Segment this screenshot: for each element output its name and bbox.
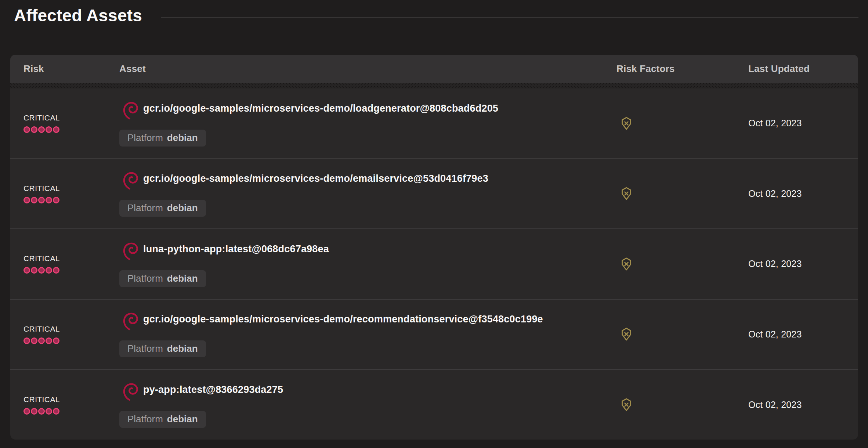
shield-x-icon[interactable]: [619, 327, 634, 342]
risk-dot: [31, 126, 37, 133]
platform-badge: Platform debian: [119, 200, 206, 217]
risk-severity-label: CRITICAL: [23, 325, 119, 333]
table-body: CRITICAL gcr.io/google-samples/microserv…: [10, 88, 858, 440]
platform-badge: Platform debian: [119, 340, 206, 357]
risk-severity-label: CRITICAL: [23, 395, 119, 404]
table-row[interactable]: CRITICAL gcr.io/google-samples/microserv…: [10, 158, 858, 228]
shield-x-icon[interactable]: [619, 397, 634, 412]
platform-value: debian: [167, 343, 198, 354]
asset-name-link[interactable]: gcr.io/google-samples/microservices-demo…: [143, 100, 498, 116]
table-row[interactable]: CRITICAL luna-python-app:latest@068dc67a…: [10, 228, 858, 299]
risk-dot: [53, 267, 59, 274]
risk-dot: [31, 197, 37, 203]
risk-dot: [53, 408, 59, 415]
platform-label: Platform: [127, 343, 163, 354]
asset-name-link[interactable]: luna-python-app:latest@068dc67a98ea: [143, 241, 329, 257]
risk-dot: [46, 337, 52, 344]
table-header-row: Risk Asset Risk Factors Last Updated: [10, 55, 858, 83]
platform-value: debian: [167, 132, 198, 143]
last-updated-date: Oct 02, 2023: [748, 400, 858, 410]
page-title: Affected Assets: [14, 6, 142, 25]
risk-dot: [38, 126, 45, 133]
risk-severity-label: CRITICAL: [23, 113, 119, 122]
platform-badge: Platform debian: [119, 270, 206, 287]
debian-logo-icon: [123, 170, 138, 191]
platform-value: debian: [167, 413, 198, 424]
risk-dot: [31, 337, 37, 344]
risk-dot: [23, 126, 30, 133]
table-row[interactable]: CRITICAL py-app:latest@8366293da275 Plat…: [10, 369, 858, 440]
asset-name-link[interactable]: py-app:latest@8366293da275: [143, 382, 283, 398]
risk-severity-label: CRITICAL: [23, 254, 119, 263]
risk-dots: [23, 126, 119, 133]
platform-label: Platform: [127, 273, 163, 284]
platform-value: debian: [167, 273, 198, 284]
column-header-last-updated: Last Updated: [739, 63, 858, 75]
table-row[interactable]: CRITICAL gcr.io/google-samples/microserv…: [10, 299, 858, 369]
risk-dot: [23, 267, 30, 274]
risk-dot: [38, 197, 45, 203]
last-updated-date: Oct 02, 2023: [748, 259, 858, 269]
platform-label: Platform: [127, 132, 163, 143]
shield-x-icon[interactable]: [619, 186, 634, 201]
risk-dot: [31, 267, 37, 274]
debian-logo-icon: [123, 382, 138, 402]
risk-dot: [23, 408, 30, 415]
risk-dot: [31, 408, 37, 415]
platform-badge: Platform debian: [119, 411, 206, 428]
risk-dots: [23, 197, 119, 203]
risk-dot: [38, 408, 45, 415]
risk-severity-label: CRITICAL: [23, 184, 119, 193]
risk-dot: [46, 267, 52, 274]
risk-dot: [46, 197, 52, 203]
risk-dots: [23, 267, 119, 274]
asset-name-link[interactable]: gcr.io/google-samples/microservices-demo…: [143, 170, 488, 187]
column-header-asset: Asset: [119, 63, 606, 75]
platform-label: Platform: [127, 202, 163, 213]
platform-value: debian: [167, 202, 198, 213]
debian-logo-icon: [123, 241, 138, 261]
table-row[interactable]: CRITICAL gcr.io/google-samples/microserv…: [10, 88, 858, 158]
debian-logo-icon: [123, 100, 138, 121]
risk-dot: [46, 126, 52, 133]
shield-x-icon[interactable]: [619, 257, 634, 271]
risk-dot: [53, 337, 59, 344]
platform-badge: Platform debian: [119, 130, 206, 147]
risk-dot: [38, 267, 45, 274]
last-updated-date: Oct 02, 2023: [748, 188, 858, 199]
shield-x-icon[interactable]: [619, 116, 634, 131]
table-texture-strip: [10, 83, 858, 88]
affected-assets-page: Affected Assets Risk Asset Risk Factors …: [0, 0, 868, 440]
affected-assets-table: Risk Asset Risk Factors Last Updated CRI…: [10, 55, 858, 440]
column-header-risk-factors: Risk Factors: [606, 63, 739, 75]
risk-dots: [23, 337, 119, 344]
risk-dot: [23, 197, 30, 203]
asset-name-link[interactable]: gcr.io/google-samples/microservices-demo…: [143, 311, 543, 327]
last-updated-date: Oct 02, 2023: [748, 118, 858, 129]
risk-dot: [23, 337, 30, 344]
page-header: Affected Assets: [0, 0, 868, 25]
risk-dot: [46, 408, 52, 415]
risk-dots: [23, 408, 119, 415]
title-divider: [161, 17, 858, 18]
debian-logo-icon: [123, 311, 138, 332]
risk-dot: [53, 126, 59, 133]
last-updated-date: Oct 02, 2023: [748, 329, 858, 340]
risk-dot: [53, 197, 59, 203]
column-header-risk: Risk: [10, 63, 119, 75]
platform-label: Platform: [127, 413, 163, 424]
risk-dot: [38, 337, 45, 344]
